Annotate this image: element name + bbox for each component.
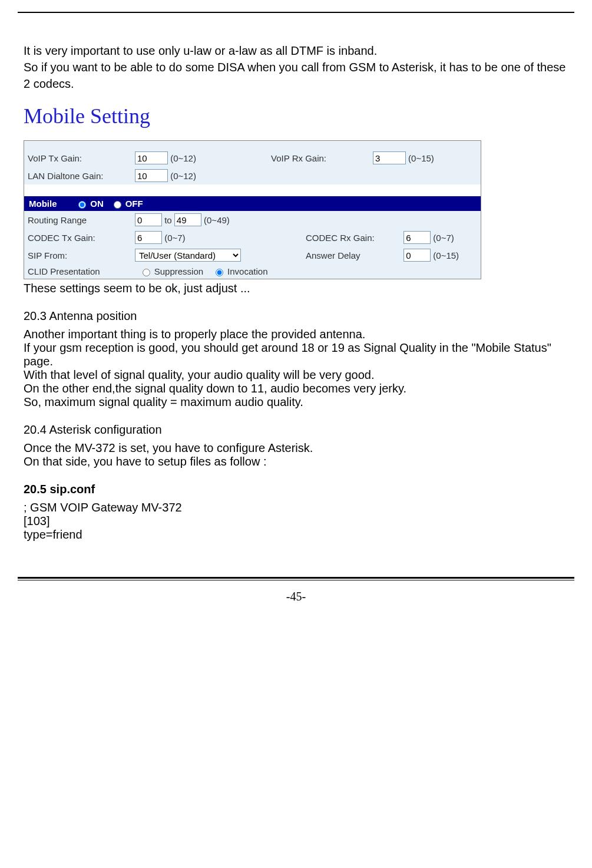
section-205-heading: 20.5 sip.conf — [24, 483, 568, 496]
footer-rule-thick — [18, 577, 574, 579]
row-lan-dialtone: LAN Dialtone Gain: (0~12) — [24, 167, 481, 184]
page-content: It is very important to use only u-law o… — [0, 13, 592, 559]
codec-tx-gain-input[interactable] — [135, 231, 162, 244]
lan-dialtone-range: (0~12) — [170, 171, 196, 181]
codec-rx-gain-input[interactable] — [404, 231, 431, 244]
s203-p3: With that level of signal quality, your … — [24, 368, 568, 382]
settings-table-top: VoIP Tx Gain: (0~12) VoIP Rx Gain: (0~15… — [24, 141, 481, 196]
routing-range-to-input[interactable] — [174, 213, 201, 226]
voip-tx-gain-label: VoIP Tx Gain: — [24, 149, 131, 167]
clid-label: CLID Presentation — [24, 264, 131, 279]
mobile-settings-panel: VoIP Tx Gain: (0~12) VoIP Rx Gain: (0~15… — [24, 140, 481, 279]
note-after-panel: These settings seem to be ok, just adjus… — [24, 282, 568, 295]
voip-rx-gain-range: (0~15) — [408, 153, 434, 163]
codec-tx-gain-label: CODEC Tx Gain: — [24, 229, 131, 246]
s203-p2: If your gsm reception is good, you shoul… — [24, 341, 568, 368]
s203-p1: Another important thing is to properly p… — [24, 328, 568, 341]
answer-delay-range: (0~15) — [433, 250, 459, 260]
row-clid: CLID Presentation Suppression Invocation — [24, 264, 481, 279]
s205-l1: ; GSM VOIP Gateway MV-372 — [24, 501, 568, 514]
s204-p1: Once the MV-372 is set, you have to conf… — [24, 441, 568, 455]
voip-rx-gain-input[interactable] — [373, 151, 406, 164]
section-204-heading: 20.4 Asterisk configuration — [24, 423, 568, 437]
answer-delay-input[interactable] — [404, 249, 431, 262]
clid-suppression-radio[interactable] — [143, 269, 150, 276]
row-voip-gain: VoIP Tx Gain: (0~12) VoIP Rx Gain: (0~15… — [24, 149, 481, 167]
row-codec-gain: CODEC Tx Gain: (0~7) CODEC Rx Gain: (0~7… — [24, 229, 481, 246]
intro-line-1: It is very important to use only u-law o… — [24, 44, 377, 57]
mobile-on-radio[interactable] — [78, 201, 86, 209]
clid-invocation-label: Invocation — [227, 266, 267, 276]
s203-p5: So, maximum signal quality = maximum aud… — [24, 395, 568, 409]
intro-paragraph: It is very important to use only u-law o… — [24, 42, 568, 92]
voip-tx-gain-range: (0~12) — [170, 153, 196, 163]
sip-from-select[interactable]: Tel/User (Standard) — [135, 249, 241, 262]
mobile-setting-heading: Mobile Setting — [24, 104, 568, 128]
mobile-off-radio[interactable] — [114, 201, 121, 209]
routing-range-range: (0~49) — [204, 215, 230, 225]
answer-delay-label: Answer Delay — [302, 246, 400, 264]
sip-from-label: SIP From: — [24, 246, 131, 264]
voip-tx-gain-input[interactable] — [135, 151, 168, 164]
section-203-heading: 20.3 Antenna position — [24, 309, 568, 323]
mobile-on-off-bar: Mobile ON OFF — [24, 196, 481, 211]
on-label: ON — [90, 199, 104, 209]
routing-range-label: Routing Range — [24, 211, 131, 229]
intro-line-2: So if you want to be able to do some DIS… — [24, 61, 566, 90]
codec-rx-gain-range: (0~7) — [433, 233, 454, 243]
s204-p2: On that side, you have to setup files as… — [24, 455, 568, 468]
row-routing-range: Routing Range to (0~49) — [24, 211, 481, 229]
lan-dialtone-label: LAN Dialtone Gain: — [24, 167, 131, 184]
voip-rx-gain-label: VoIP Rx Gain: — [267, 149, 369, 167]
mobile-label: Mobile — [29, 199, 76, 209]
codec-rx-gain-label: CODEC Rx Gain: — [302, 229, 400, 246]
settings-table-bottom: Routing Range to (0~49) CODEC Tx Gain: (… — [24, 211, 481, 279]
clid-invocation-radio[interactable] — [216, 269, 223, 276]
s205-l3: type=friend — [24, 528, 568, 542]
s205-l2: [103] — [24, 514, 568, 528]
s203-p4: On the other end,the signal quality down… — [24, 382, 568, 395]
codec-tx-gain-range: (0~7) — [164, 233, 185, 243]
routing-range-to-label: to — [164, 215, 172, 225]
routing-range-from-input[interactable] — [135, 213, 162, 226]
lan-dialtone-input[interactable] — [135, 169, 168, 182]
footer-rule-thin — [18, 580, 574, 580]
clid-suppression-label: Suppression — [154, 266, 203, 276]
row-sip-from: SIP From: Tel/User (Standard) Answer Del… — [24, 246, 481, 264]
page-number: -45- — [0, 590, 592, 615]
off-label: OFF — [125, 199, 143, 209]
